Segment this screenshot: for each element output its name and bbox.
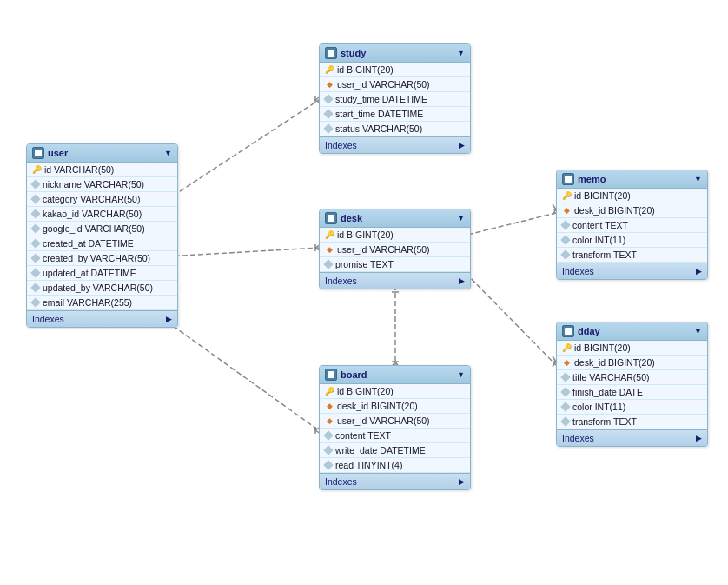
table-row: ◆ desk_id BIGINT(20) [557, 203, 707, 218]
field-text: content TEXT [572, 220, 628, 230]
table-row: 🔑 id BIGINT(20) [320, 228, 470, 243]
table-desk-name: desk [341, 213, 362, 223]
field-text: id BIGINT(20) [574, 342, 631, 353]
indexes-row[interactable]: Indexes ▶ [320, 136, 470, 153]
field-text: study_time DATETIME [335, 94, 427, 104]
table-row: ◆ user_id VARCHAR(50) [320, 414, 470, 429]
svg-line-4 [167, 248, 319, 256]
field-diamond-icon [560, 235, 570, 244]
field-diamond-icon [560, 372, 570, 382]
field-text: category VARCHAR(50) [43, 194, 140, 204]
field-text: user_id VARCHAR(50) [337, 244, 430, 255]
table-desk-header[interactable]: desk ▼ [320, 209, 470, 228]
chevron-down-icon[interactable]: ▼ [694, 327, 702, 336]
indexes-chevron-icon: ▶ [459, 276, 465, 285]
field-text: transform TEXT [572, 249, 637, 260]
field-text: kakao_id VARCHAR(50) [43, 209, 142, 219]
table-row: start_time DATETIME [320, 107, 470, 122]
table-board-header[interactable]: board ▼ [320, 366, 470, 384]
field-text: read TINYINT(4) [335, 460, 402, 470]
table-user-header[interactable]: user ▼ [27, 144, 177, 163]
table-desk: desk ▼ 🔑 id BIGINT(20) ◆ user_id VARCHAR… [319, 209, 471, 289]
field-text: promise TEXT [335, 259, 394, 269]
field-text: user_id VARCHAR(50) [337, 415, 430, 426]
table-row: google_id VARCHAR(50) [27, 222, 177, 236]
field-diamond-icon [323, 259, 333, 269]
table-board-name: board [341, 369, 367, 380]
table-row: email VARCHAR(255) [27, 296, 177, 310]
indexes-row[interactable]: Indexes ▶ [557, 263, 707, 279]
field-diamond-icon [323, 445, 333, 455]
table-row: ◆ desk_id BIGINT(20) [557, 356, 707, 370]
svg-line-0 [167, 100, 319, 200]
fk-icon: ◆ [325, 402, 334, 410]
fk-icon: ◆ [325, 245, 334, 254]
field-text: user_id VARCHAR(50) [337, 79, 430, 90]
table-row: category VARCHAR(50) [27, 192, 177, 207]
table-dday-header[interactable]: dday ▼ [557, 322, 707, 341]
chevron-down-icon[interactable]: ▼ [457, 214, 465, 223]
table-dday-name: dday [578, 326, 600, 336]
table-row: updated_by VARCHAR(50) [27, 281, 177, 296]
fk-icon: ◆ [562, 358, 571, 367]
svg-line-8 [167, 322, 319, 430]
field-diamond-icon [560, 220, 570, 229]
field-text: finish_date DATE [572, 387, 643, 397]
field-text: content TEXT [335, 430, 391, 441]
fk-icon: ◆ [562, 206, 571, 215]
table-study-header[interactable]: study ▼ [320, 44, 470, 63]
field-diamond-icon [30, 194, 40, 203]
indexes-label: Indexes [325, 276, 357, 286]
table-row: created_by VARCHAR(50) [27, 251, 177, 266]
field-diamond-icon [30, 179, 40, 189]
table-row: ◆ user_id VARCHAR(50) [320, 77, 470, 92]
pk-icon: 🔑 [32, 165, 41, 174]
table-memo-header[interactable]: memo ▼ [557, 170, 707, 189]
table-row: 🔑 id BIGINT(20) [320, 384, 470, 399]
table-user: user ▼ 🔑 id VARCHAR(50) nickname VARCHAR… [26, 143, 178, 328]
indexes-chevron-icon: ▶ [166, 315, 172, 323]
table-row: updated_at DATETIME [27, 266, 177, 281]
erd-canvas: study ▼ 🔑 id BIGINT(20) ◆ user_id VARCHA… [0, 0, 728, 585]
pk-icon: 🔑 [325, 65, 334, 74]
field-text: created_by VARCHAR(50) [43, 253, 150, 263]
table-icon [325, 369, 337, 381]
table-study: study ▼ 🔑 id BIGINT(20) ◆ user_id VARCHA… [319, 43, 471, 154]
field-diamond-icon [30, 253, 40, 263]
table-row: color INT(11) [557, 400, 707, 415]
chevron-down-icon[interactable]: ▼ [457, 49, 465, 57]
field-text: id BIGINT(20) [337, 386, 394, 396]
table-icon [562, 173, 574, 185]
table-icon [32, 147, 44, 159]
chevron-down-icon[interactable]: ▼ [694, 175, 702, 183]
table-row: read TINYINT(4) [320, 458, 470, 473]
indexes-label: Indexes [325, 140, 357, 150]
field-diamond-icon [30, 283, 40, 292]
indexes-row[interactable]: Indexes ▶ [320, 272, 470, 289]
table-row: created_at DATETIME [27, 236, 177, 251]
field-text: id BIGINT(20) [337, 229, 394, 240]
table-icon [325, 212, 337, 224]
table-row: transform TEXT [557, 248, 707, 263]
indexes-row[interactable]: Indexes ▶ [320, 473, 470, 489]
field-text: desk_id BIGINT(20) [574, 205, 655, 216]
chevron-down-icon[interactable]: ▼ [164, 149, 172, 157]
chevron-down-icon[interactable]: ▼ [457, 370, 465, 379]
field-diamond-icon [560, 387, 570, 396]
indexes-row[interactable]: Indexes ▶ [27, 310, 177, 327]
indexes-row[interactable]: Indexes ▶ [557, 429, 707, 446]
field-text: desk_id BIGINT(20) [337, 401, 418, 411]
table-row: color INT(11) [557, 233, 707, 248]
table-icon [325, 47, 337, 59]
table-board: board ▼ 🔑 id BIGINT(20) ◆ desk_id BIGINT… [319, 365, 471, 490]
pk-icon: 🔑 [325, 230, 334, 239]
field-text: email VARCHAR(255) [43, 297, 132, 308]
table-memo: memo ▼ 🔑 id BIGINT(20) ◆ desk_id BIGINT(… [556, 170, 708, 280]
svg-line-20 [460, 268, 556, 365]
table-icon [562, 325, 574, 337]
field-diamond-icon [30, 297, 40, 307]
field-diamond-icon [30, 238, 40, 248]
field-text: google_id VARCHAR(50) [43, 223, 145, 234]
indexes-chevron-icon: ▶ [696, 267, 702, 276]
table-row: study_time DATETIME [320, 92, 470, 107]
